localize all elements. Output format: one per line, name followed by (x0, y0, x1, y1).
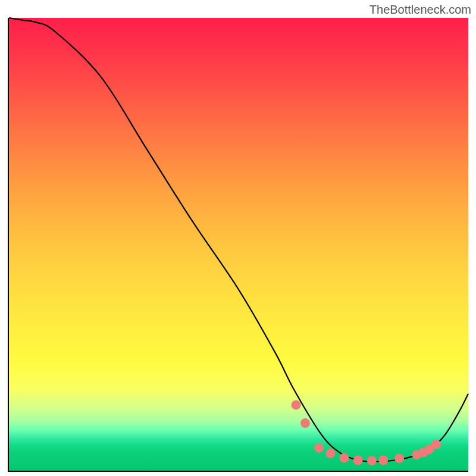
curve-marker (367, 456, 377, 465)
curve-marker (353, 456, 363, 465)
curve-marker (325, 449, 335, 458)
curve-marker (292, 400, 301, 410)
curve-marker (300, 418, 310, 428)
chart-plot-area (8, 18, 468, 472)
watermark-text: TheBottleneck.com (369, 3, 471, 17)
curve-marker (340, 453, 349, 463)
curve-marker (394, 453, 404, 463)
curve-marker (378, 456, 388, 465)
bottleneck-curve (9, 18, 468, 462)
curve-markers (292, 400, 441, 466)
chart-svg (9, 18, 468, 471)
curve-marker (431, 440, 441, 449)
curve-marker (314, 443, 324, 453)
